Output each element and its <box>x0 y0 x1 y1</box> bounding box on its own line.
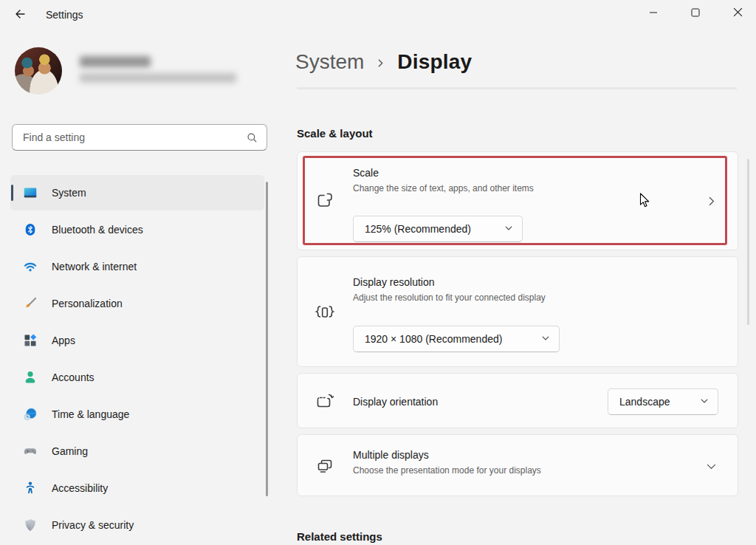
scale-icon <box>315 191 335 212</box>
back-button[interactable] <box>9 4 31 25</box>
scale-title: Scale <box>353 167 379 179</box>
selected-indicator <box>11 185 13 201</box>
sidebar-item-time-language[interactable]: Time & language <box>10 397 264 432</box>
sidebar-item-apps[interactable]: Apps <box>10 323 264 358</box>
sidebar-item-bluetooth-devices[interactable]: Bluetooth & devices <box>10 212 264 247</box>
globe-clock-icon <box>22 406 38 422</box>
sidebar-nav: System Bluetooth & devices Network & int… <box>10 175 264 544</box>
display-orientation-dropdown[interactable]: Landscape <box>608 388 718 415</box>
main-scrollbar[interactable] <box>747 159 749 325</box>
display-resolution-subtitle: Adjust the resolution to fit your connec… <box>353 292 546 303</box>
sidebar-item-privacy-security[interactable]: Privacy & security <box>10 507 264 543</box>
section-related-settings: Related settings <box>297 530 382 543</box>
sidebar-item-gaming[interactable]: Gaming <box>10 433 264 469</box>
system-icon <box>22 185 38 201</box>
display-orientation-card[interactable]: Display orientation Landscape <box>297 373 738 428</box>
multiple-displays-icon <box>315 456 335 476</box>
divider <box>297 87 737 89</box>
display-orientation-icon <box>315 391 335 412</box>
search-input[interactable] <box>13 125 247 150</box>
display-resolution-icon <box>315 302 335 323</box>
sidebar-item-network-internet[interactable]: Network & internet <box>10 249 264 284</box>
sidebar-item-personalization[interactable]: Personalization <box>10 286 264 321</box>
wifi-icon <box>22 258 38 275</box>
chevron-down-icon <box>700 396 709 408</box>
titlebar: Settings <box>0 0 756 30</box>
multiple-displays-card[interactable]: Multiple displays Choose the presentatio… <box>297 434 738 496</box>
chevron-right-icon <box>705 195 718 208</box>
sidebar-item-accessibility[interactable]: Accessibility <box>10 470 264 506</box>
minimize-button[interactable] <box>636 0 670 27</box>
sidebar-item-accounts[interactable]: Accounts <box>10 360 264 395</box>
person-icon <box>22 369 38 385</box>
paintbrush-icon <box>22 295 38 312</box>
sidebar-scrollbar[interactable] <box>266 182 268 496</box>
multiple-displays-title: Multiple displays <box>353 449 429 461</box>
scale-subtitle: Change the size of text, apps, and other… <box>353 183 534 193</box>
avatar[interactable] <box>15 47 62 95</box>
search-icon <box>247 132 258 143</box>
close-icon <box>733 7 743 19</box>
user-email-redacted <box>80 73 236 83</box>
close-button[interactable] <box>721 0 755 27</box>
display-resolution-card[interactable]: Display resolution Adjust the resolution… <box>297 256 738 367</box>
maximize-button[interactable] <box>678 0 712 27</box>
page-title: Display <box>397 50 472 74</box>
gamepad-icon <box>22 443 38 459</box>
display-orientation-title: Display orientation <box>353 396 438 408</box>
sidebar-item-system[interactable]: System <box>10 175 264 210</box>
maximize-icon <box>691 8 700 19</box>
minimize-icon <box>649 8 658 19</box>
scale-card[interactable]: Scale Change the size of text, apps, and… <box>297 151 738 250</box>
shield-icon <box>22 517 38 533</box>
breadcrumb: System Display <box>295 46 472 78</box>
display-resolution-title: Display resolution <box>353 276 435 288</box>
accessibility-icon <box>22 480 38 496</box>
chevron-down-icon <box>541 333 550 345</box>
chevron-right-icon <box>376 58 385 68</box>
section-scale-layout: Scale & layout <box>297 127 373 140</box>
back-arrow-icon <box>14 8 26 22</box>
scale-dropdown[interactable]: 125% (Recommended) <box>353 216 523 242</box>
bluetooth-icon <box>22 222 38 238</box>
chevron-down-icon <box>504 223 513 235</box>
apps-icon <box>22 332 38 349</box>
window-title: Settings <box>46 0 83 30</box>
chevron-down-icon <box>705 460 718 473</box>
breadcrumb-system[interactable]: System <box>295 50 364 74</box>
user-name-redacted <box>80 56 151 67</box>
display-resolution-dropdown[interactable]: 1920 × 1080 (Recommended) <box>353 326 560 352</box>
search-box <box>12 124 267 151</box>
multiple-displays-subtitle: Choose the presentation mode for your di… <box>353 465 541 476</box>
